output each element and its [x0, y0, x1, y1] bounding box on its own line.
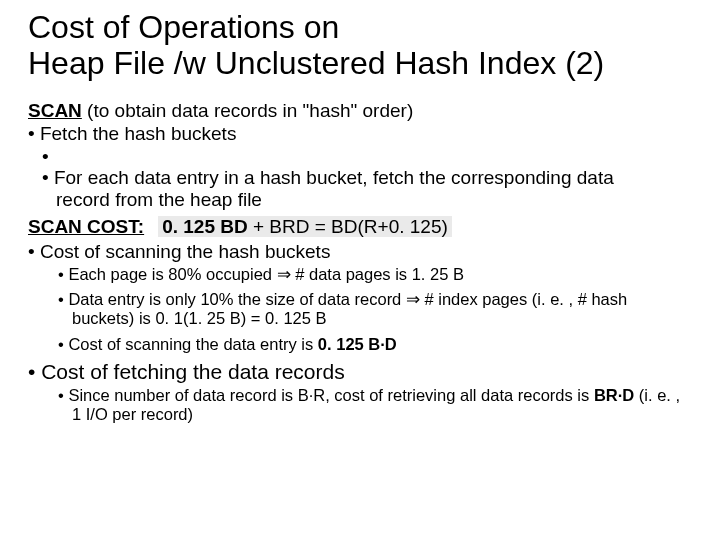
sub-brd-a: Since number of data record is B·R, cost…	[68, 386, 594, 404]
sub-scan-cost-a: Cost of scanning the data entry is	[68, 335, 317, 353]
sub-brd: Since number of data record is B·R, cost…	[28, 386, 692, 425]
sub-80pct-a: Each page is 80% occupied	[68, 265, 276, 283]
sub-scan-cost-b: 0. 125 B·D	[318, 335, 397, 353]
title-line2: Heap File /w Unclustered Hash Index (2)	[28, 45, 604, 81]
title-line1: Cost of Operations on	[28, 9, 339, 45]
bullet-fetch-buckets: Fetch the hash buckets	[28, 123, 692, 144]
scan-cost-line: SCAN COST: 0. 125 BD + BRD = BD(R+0. 125…	[28, 216, 692, 237]
formula-left: 0. 125 BD	[162, 216, 248, 237]
scan-cost-formula: 0. 125 BD + BRD = BD(R+0. 125)	[158, 216, 452, 237]
bullet-line-b: record from the heap file	[42, 189, 692, 210]
sub-scan-cost: Cost of scanning the data entry is 0. 12…	[28, 335, 692, 354]
slide-title: Cost of Operations on Heap File /w Unclu…	[28, 10, 692, 82]
sub-10pct-a: Data entry is only 10% the size of data …	[68, 290, 406, 308]
sub-80pct-b: # data pages is 1. 25 B	[291, 265, 464, 283]
bullet-fetch-records-cost: Cost of fetching the data records	[28, 360, 692, 384]
scan-desc: (to obtain data records in "hash" order)	[82, 100, 413, 121]
scan-label: SCAN	[28, 100, 82, 121]
arrow-icon: ⇒	[406, 290, 420, 308]
sub-10pct: Data entry is only 10% the size of data …	[28, 290, 692, 329]
arrow-icon: ⇒	[277, 265, 291, 283]
formula-right: + BRD = BD(R+0. 125)	[248, 216, 448, 237]
sub-80pct: Each page is 80% occupied ⇒ # data pages…	[28, 265, 692, 284]
scan-cost-label: SCAN COST:	[28, 216, 144, 237]
sub-brd-b: BR·D	[594, 386, 634, 404]
bullet-fetch-data-entry: For each data entry in a hash bucket, fe…	[28, 146, 692, 210]
bullet-line-a: For each data entry in a hash bucket, fe…	[42, 167, 692, 188]
scan-header: SCAN (to obtain data records in "hash" o…	[28, 100, 692, 121]
slide-body: SCAN (to obtain data records in "hash" o…	[28, 100, 692, 425]
bullet-scan-buckets-cost: Cost of scanning the hash buckets	[28, 241, 692, 262]
